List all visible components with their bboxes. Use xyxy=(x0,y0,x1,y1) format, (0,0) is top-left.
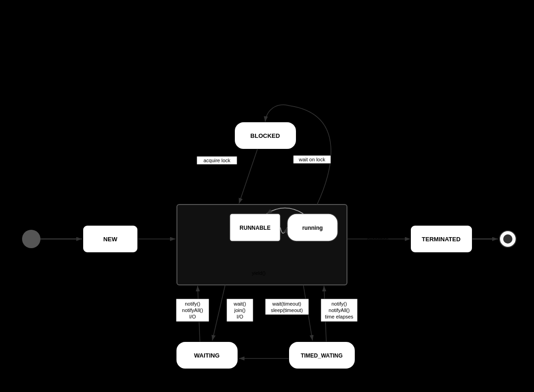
blocked-state-label: BLOCKED xyxy=(250,132,280,139)
notify-timed-label1: notify() xyxy=(331,301,347,307)
terminated-state-label: TERMINATED xyxy=(422,236,460,243)
wait-on-lock-label: wait on lock xyxy=(298,157,325,162)
notify-timed-label2: notifyAll() xyxy=(329,307,350,313)
initial-state xyxy=(22,230,40,248)
sleep-timeout-label: sleep(timeout) xyxy=(271,307,303,313)
wait-label: wait() xyxy=(233,301,246,307)
svg-rect-2 xyxy=(0,0,534,392)
notify-timed-label3: time elapses xyxy=(325,314,353,319)
notify-waiting-label2: notifyAll() xyxy=(182,307,203,313)
run-completes-label2: exception xyxy=(367,237,388,242)
diagram-container: NEW start() RUNNABLE running yield() BLO… xyxy=(0,0,534,392)
notify-waiting-label1: notify() xyxy=(185,301,200,307)
acquire-lock-label: acquire lock xyxy=(204,158,231,163)
start-label: start() xyxy=(147,232,160,238)
new-state-label: NEW xyxy=(103,236,118,243)
yield-label: yield() xyxy=(252,270,266,276)
timed-waiting-state-label: TIMED_WATING xyxy=(301,352,342,359)
run-completes-label1: run() completes xyxy=(360,230,396,236)
running-inner-label: running xyxy=(302,225,323,231)
join-label: join() xyxy=(234,307,245,313)
runnable-inner-label: RUNNABLE xyxy=(239,225,270,231)
io-label-waiting: I/O xyxy=(237,314,244,319)
notify-waiting-label3: I/O xyxy=(189,314,196,319)
final-state-inner xyxy=(503,234,512,244)
wait-timeout-label: wait(timeout) xyxy=(272,301,301,307)
waiting-state-label: WAITING xyxy=(194,352,220,359)
